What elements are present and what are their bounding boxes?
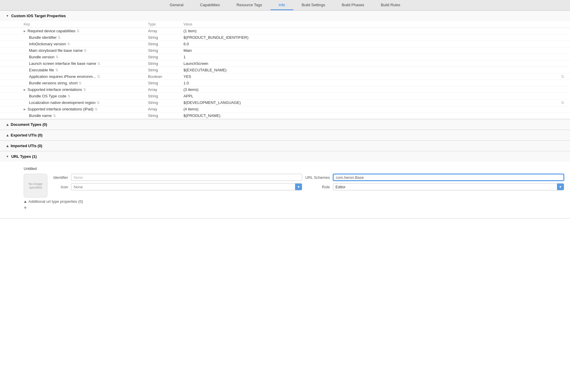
key-cell: Executable file ⇅: [24, 68, 148, 72]
value-cell: 1.0: [183, 81, 564, 85]
url-types-header[interactable]: ▼ URL Types (1): [0, 151, 570, 162]
key-cell: Bundle identifier ⇅: [24, 35, 148, 40]
value-cell: $(PRODUCT_NAME): [183, 113, 564, 118]
key-label: Bundle OS Type code: [29, 94, 66, 98]
value-stepper-icon[interactable]: ⇅: [561, 101, 564, 105]
tab-bar: General Capabilities Resource Tags Info …: [0, 0, 570, 11]
type-cell: String: [148, 61, 183, 66]
key-cell: InfoDictionary version ⇅: [24, 42, 148, 46]
value-cell: $(EXECUTABLE_NAME): [183, 68, 564, 72]
stepper-icon[interactable]: ⇅: [77, 29, 80, 33]
key-cell: Main storyboard file base name ⇅: [24, 48, 148, 53]
table-row: Main storyboard file base name ⇅ String …: [0, 47, 570, 54]
key-label: Bundle version: [29, 55, 54, 59]
key-label: Executable file: [29, 68, 54, 72]
url-entry-title: Untitled: [18, 166, 564, 171]
url-fields: Identifier URL Schemes Icon ▼ Role None: [53, 174, 564, 190]
stepper-icon[interactable]: ⇅: [56, 55, 59, 59]
expand-icon[interactable]: ▶: [24, 30, 26, 33]
tab-info[interactable]: Info: [270, 0, 294, 10]
type-cell: String: [148, 48, 183, 53]
table-row: Bundle version ⇅ String 1: [0, 54, 570, 60]
stepper-icon[interactable]: ⇅: [67, 94, 70, 98]
key-cell: ▶ Supported interface orientations (iPad…: [24, 107, 148, 111]
props-column-headers: Key Type Value: [0, 21, 570, 28]
key-label: Supported interface orientations: [28, 87, 82, 92]
url-types-chevron: ▼: [6, 155, 9, 158]
tab-resource-tags[interactable]: Resource Tags: [228, 0, 270, 10]
key-cell: Localization native development region ⇅: [24, 100, 148, 105]
col-key: Key: [24, 22, 148, 26]
value-cell: $(PRODUCT_BUNDLE_IDENTIFIER): [183, 35, 564, 40]
key-cell: Bundle versions string, short ⇅: [24, 81, 148, 85]
exported-utis-header[interactable]: ▶ Exported UTIs (0): [0, 130, 570, 140]
custom-ios-section: ▼ Custom iOS Target Properties Key Type …: [0, 11, 570, 119]
key-label: Launch screen interface file base name: [29, 61, 96, 66]
url-types-section: ▼ URL Types (1) Untitled No image specif…: [0, 151, 570, 219]
stepper-icon[interactable]: ⇅: [55, 68, 58, 72]
key-cell: ▶ Supported interface orientations ⇅: [24, 87, 148, 92]
tab-build-rules[interactable]: Build Rules: [373, 0, 409, 10]
role-select-arrow[interactable]: ▼: [557, 184, 564, 190]
type-cell: String: [148, 68, 183, 72]
custom-ios-title: Custom iOS Target Properties: [11, 14, 66, 18]
tab-general[interactable]: General: [162, 0, 192, 10]
type-cell: Array: [148, 29, 183, 33]
image-placeholder-text: No image specified: [25, 182, 46, 189]
imported-utis-section: ▶ Imported UTIs (0): [0, 141, 570, 151]
tab-build-phases[interactable]: Build Phases: [334, 0, 373, 10]
type-cell: Array: [148, 87, 183, 92]
document-types-header[interactable]: ▶ Document Types (0): [0, 119, 570, 130]
stepper-icon[interactable]: ⇅: [84, 49, 87, 53]
exported-utis-section: ▶ Exported UTIs (0): [0, 130, 570, 141]
identifier-input[interactable]: [71, 174, 302, 181]
icon-input[interactable]: [71, 184, 295, 190]
custom-ios-header[interactable]: ▼ Custom iOS Target Properties: [0, 11, 570, 21]
type-cell: String: [148, 100, 183, 105]
tab-capabilities[interactable]: Capabilities: [192, 0, 228, 10]
value-cell: 1: [183, 55, 564, 59]
document-types-title: Document Types (0): [11, 122, 47, 127]
key-label: Supported interface orientations (iPad): [28, 107, 94, 111]
key-label: Application requires iPhone environm...: [29, 74, 96, 79]
type-cell: String: [148, 55, 183, 59]
table-row: InfoDictionary version ⇅ String 6.0: [0, 41, 570, 47]
add-url-type-button[interactable]: +: [18, 204, 564, 213]
type-cell: Array: [148, 107, 183, 111]
stepper-icon[interactable]: ⇅: [95, 107, 98, 111]
key-cell: Bundle name ⇅: [24, 113, 148, 118]
value-stepper-icon[interactable]: ⇅: [561, 75, 564, 79]
stepper-icon[interactable]: ⇅: [79, 81, 82, 85]
role-select[interactable]: None Editor Viewer Shell: [333, 184, 557, 190]
exported-utis-title: Exported UTIs (0): [11, 133, 43, 137]
expand-icon[interactable]: ▶: [24, 88, 26, 91]
key-label: Main storyboard file base name: [29, 48, 83, 53]
stepper-icon[interactable]: ⇅: [58, 36, 61, 40]
icon-select-wrap: ▼: [71, 183, 302, 190]
key-cell: Bundle version ⇅: [24, 55, 148, 59]
url-schemes-input[interactable]: [333, 174, 564, 181]
tab-build-settings[interactable]: Build Settings: [293, 0, 334, 10]
url-entry-body: No image specified Identifier URL Scheme…: [18, 174, 564, 197]
stepper-icon[interactable]: ⇅: [67, 42, 70, 46]
value-cell: APPL: [183, 94, 564, 98]
stepper-icon[interactable]: ⇅: [53, 114, 56, 118]
key-cell: Launch screen interface file base name ⇅: [24, 61, 148, 66]
table-row: Localization native development region ⇅…: [0, 99, 570, 106]
additional-url-type-row[interactable]: ▶ Additional url type properties (0): [18, 197, 564, 204]
type-cell: Boolean: [148, 74, 183, 79]
type-cell: String: [148, 94, 183, 98]
imported-utis-header[interactable]: ▶ Imported UTIs (0): [0, 141, 570, 151]
table-row: ▶ Supported interface orientations ⇅ Arr…: [0, 86, 570, 93]
url-schemes-label: URL Schemes: [305, 175, 330, 180]
expand-icon[interactable]: ▶: [24, 108, 26, 111]
main-content: ▼ Custom iOS Target Properties Key Type …: [0, 11, 570, 392]
stepper-icon[interactable]: ⇅: [97, 75, 100, 79]
value-cell: YES ⇅: [183, 74, 564, 79]
stepper-icon[interactable]: ⇅: [83, 88, 86, 92]
value-cell: 6.0: [183, 42, 564, 46]
additional-url-chevron: ▶: [23, 200, 27, 203]
stepper-icon[interactable]: ⇅: [97, 101, 100, 105]
icon-select-arrow[interactable]: ▼: [295, 184, 302, 190]
stepper-icon[interactable]: ⇅: [97, 62, 100, 66]
